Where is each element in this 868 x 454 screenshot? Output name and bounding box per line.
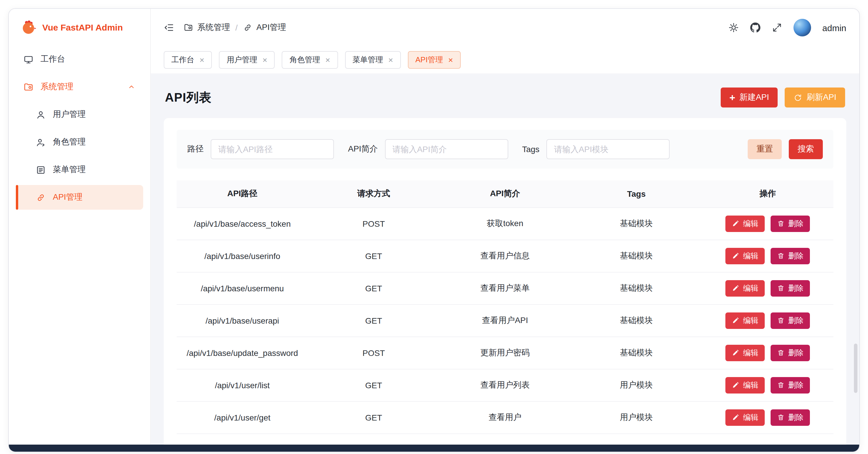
cell-tags: 基础模块	[571, 337, 702, 369]
app-window: Vue FastAPI Admin 工作台 系统管理	[8, 8, 860, 452]
pencil-icon	[732, 284, 740, 292]
cell-actions: 编辑 删除	[702, 369, 833, 401]
fullscreen-icon[interactable]	[772, 22, 782, 33]
collapse-sidebar-icon[interactable]	[164, 22, 174, 33]
breadcrumb-item-system[interactable]: 系统管理	[184, 22, 230, 33]
cell-tags: 基础模块	[571, 304, 702, 337]
cell-summary: 查看用户菜单	[439, 272, 571, 304]
sidebar-item-label: 系统管理	[40, 82, 73, 92]
cell-tags: 基础模块	[571, 207, 702, 239]
edit-label: 编辑	[743, 218, 758, 229]
delete-label: 删除	[788, 347, 803, 358]
cell-api-path: /api/v1/base/update_password	[177, 337, 308, 369]
tab-menus[interactable]: 菜单管理 ×	[345, 51, 401, 69]
cell-api-path: /api/v1/base/usermenu	[177, 272, 308, 304]
breadcrumb: 系统管理 / API管理	[184, 22, 286, 33]
sidebar-item-workbench[interactable]: 工作台	[16, 47, 143, 72]
edit-button[interactable]: 编辑	[725, 312, 765, 329]
tab-users[interactable]: 用户管理 ×	[219, 51, 275, 69]
scrollbar-thumb[interactable]	[854, 344, 858, 393]
theme-sun-icon[interactable]	[728, 22, 739, 33]
sidebar-item-menus[interactable]: 菜单管理	[16, 158, 143, 182]
tab-roles[interactable]: 角色管理 ×	[282, 51, 338, 69]
user-icon	[36, 110, 46, 119]
sidebar-item-api[interactable]: API管理	[16, 185, 143, 210]
tags-label: Tags	[522, 144, 539, 154]
close-icon[interactable]: ×	[326, 56, 330, 64]
search-button[interactable]: 搜索	[789, 139, 823, 159]
cell-method: GET	[308, 401, 440, 433]
delete-button[interactable]: 删除	[771, 280, 810, 296]
tab-bar: 工作台 × 用户管理 × 角色管理 × 菜单管理 ×	[151, 47, 859, 74]
api-icon	[36, 192, 46, 202]
table-row: /api/v1/base/update_password POST 更新用户密码…	[177, 337, 833, 369]
api-table-wrap: API路径 请求方式 API简介 Tags 操作 /api/v1/base/ac…	[177, 180, 833, 434]
trash-icon	[777, 349, 785, 357]
delete-button[interactable]: 删除	[771, 409, 810, 426]
username[interactable]: admin	[822, 23, 846, 33]
col-api-path: API路径	[177, 180, 308, 207]
edit-button[interactable]: 编辑	[725, 409, 765, 426]
edit-button[interactable]: 编辑	[725, 280, 765, 296]
tab-workbench[interactable]: 工作台 ×	[164, 51, 212, 69]
close-icon[interactable]: ×	[199, 56, 204, 64]
cell-method: GET	[308, 272, 440, 304]
trash-icon	[777, 381, 785, 389]
edit-button[interactable]: 编辑	[725, 344, 765, 361]
table-row: /api/v1/user/get GET 查看用户 用户模块 编辑 删除	[177, 401, 833, 433]
cell-method: POST	[308, 207, 440, 239]
delete-button[interactable]: 删除	[771, 312, 810, 329]
chevron-up-icon	[127, 83, 135, 91]
tab-label: 角色管理	[290, 55, 320, 65]
filter-tags-group: Tags	[522, 139, 670, 159]
edit-button[interactable]: 编辑	[725, 377, 765, 393]
summary-label: API简介	[348, 144, 378, 154]
sidebar-item-system[interactable]: 系统管理	[16, 75, 143, 99]
tab-label: 工作台	[172, 55, 194, 65]
summary-input[interactable]	[385, 139, 508, 159]
close-icon[interactable]: ×	[448, 56, 453, 64]
cell-method: GET	[308, 304, 440, 337]
new-api-button[interactable]: + 新建API	[721, 87, 778, 108]
refresh-api-button[interactable]: 刷新API	[785, 87, 845, 108]
delete-button[interactable]: 删除	[771, 377, 810, 393]
table-row: /api/v1/base/usermenu GET 查看用户菜单 基础模块 编辑…	[177, 272, 833, 304]
app-logo[interactable]: Vue FastAPI Admin	[9, 9, 150, 44]
delete-button[interactable]: 删除	[771, 215, 810, 232]
cell-api-path: /api/v1/base/userapi	[177, 304, 308, 337]
reset-button[interactable]: 重置	[748, 139, 782, 159]
delete-button[interactable]: 删除	[771, 344, 810, 361]
sidebar-item-label: 菜单管理	[53, 165, 86, 175]
avatar[interactable]	[794, 19, 811, 36]
close-icon[interactable]: ×	[388, 56, 393, 64]
delete-button[interactable]: 删除	[771, 248, 810, 264]
tags-input[interactable]	[547, 139, 670, 159]
edit-label: 编辑	[743, 412, 758, 423]
path-label: 路径	[187, 144, 204, 154]
close-icon[interactable]: ×	[262, 56, 267, 64]
tab-label: 用户管理	[226, 55, 257, 65]
trash-icon	[777, 284, 785, 292]
refresh-api-label: 刷新API	[807, 92, 836, 103]
col-method: 请求方式	[308, 180, 440, 207]
breadcrumb-separator: /	[235, 23, 238, 32]
sidebar-item-label: API管理	[53, 192, 83, 203]
sidebar-submenu-system: 用户管理 角色管理 菜单管理 API管理	[16, 102, 143, 210]
system-icon	[24, 82, 33, 92]
chicken-logo-icon	[21, 19, 36, 35]
pencil-icon	[732, 220, 740, 227]
menu-icon	[36, 165, 46, 175]
edit-label: 编辑	[743, 380, 758, 390]
tab-api[interactable]: API管理 ×	[408, 51, 461, 69]
github-icon[interactable]	[750, 22, 761, 33]
sidebar-item-roles[interactable]: 角色管理	[16, 130, 143, 154]
new-api-label: 新建API	[740, 92, 769, 103]
cell-tags: 用户模块	[571, 369, 702, 401]
filter-path-group: 路径	[187, 139, 334, 159]
sidebar-item-users[interactable]: 用户管理	[16, 102, 143, 127]
edit-button[interactable]: 编辑	[725, 215, 765, 232]
system-icon	[184, 23, 193, 32]
path-input[interactable]	[211, 139, 334, 159]
edit-button[interactable]: 编辑	[725, 248, 765, 264]
breadcrumb-item-api[interactable]: API管理	[243, 22, 286, 33]
